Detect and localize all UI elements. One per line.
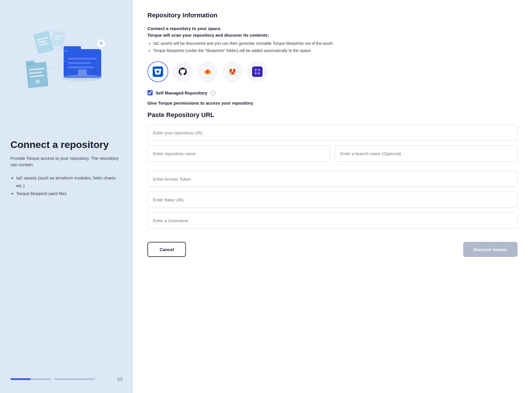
repo-url-input[interactable] — [147, 125, 518, 141]
info-bold: Connect a repository to your space. — [147, 26, 518, 31]
list-item: IaC assets (such as terraform modules, h… — [16, 174, 123, 190]
username-input[interactable] — [147, 212, 518, 229]
svg-point-44 — [255, 73, 256, 74]
svg-rect-4 — [68, 66, 94, 68]
svg-point-45 — [258, 73, 260, 74]
provider-icons-row — [147, 61, 518, 82]
left-description: Provide Torque access to your repository… — [10, 155, 123, 168]
svg-rect-9 — [33, 31, 54, 54]
progress-track-active — [10, 378, 51, 380]
svg-rect-23 — [153, 66, 163, 77]
paste-url-title: Paste Repository URL — [147, 111, 518, 119]
permission-text: Give Torque permissions to access your r… — [147, 101, 518, 105]
footer-buttons: Cancel Discover Assets — [147, 242, 518, 257]
self-managed-checkbox[interactable] — [147, 90, 153, 95]
svg-rect-3 — [68, 62, 91, 64]
repo-name-input[interactable] — [147, 145, 330, 162]
page-indicator: 1/2 — [117, 377, 123, 381]
info-scan-text: Torque will scan your repository and dis… — [147, 33, 518, 38]
info-list-item: Torque blueprints (under the "blueprints… — [153, 47, 518, 54]
progress-bar-area: 1/2 — [10, 365, 123, 381]
access-token-input[interactable] — [147, 171, 518, 187]
provider-sourcetree[interactable] — [222, 61, 243, 82]
svg-point-42 — [255, 69, 256, 71]
info-list-item: IaC assets will be discovered and you ca… — [153, 40, 518, 47]
info-list: IaC assets will be discovered and you ca… — [147, 40, 518, 54]
left-title: Connect a repository — [10, 139, 123, 151]
svg-point-28 — [232, 69, 233, 71]
left-content: Connect a repository Provide Torque acce… — [10, 139, 123, 365]
cancel-button[interactable]: Cancel — [147, 242, 186, 257]
left-list: IaC assets (such as terraform modules, h… — [10, 174, 123, 197]
section-title: Repository Information — [147, 12, 518, 19]
svg-rect-14 — [26, 60, 35, 65]
provider-github[interactable] — [172, 61, 193, 82]
self-managed-row: Self Managed Repository i — [147, 90, 518, 95]
provider-gitlab[interactable] — [197, 61, 218, 82]
svg-point-8 — [62, 75, 103, 81]
svg-text:↻: ↻ — [99, 41, 103, 46]
progress-track-inactive — [54, 378, 95, 380]
provider-bitbucket[interactable] — [147, 61, 168, 82]
svg-rect-33 — [252, 66, 263, 77]
svg-point-30 — [234, 73, 235, 74]
svg-rect-2 — [68, 58, 97, 60]
info-icon[interactable]: i — [210, 90, 215, 95]
name-branch-row — [147, 145, 518, 166]
left-panel: ↻ — [0, 0, 133, 393]
discover-assets-button[interactable]: Discover Assets — [463, 242, 518, 257]
svg-rect-5 — [78, 69, 87, 75]
info-block: Connect a repository to your space. Torq… — [147, 26, 518, 54]
branch-name-input[interactable] — [335, 145, 518, 162]
svg-point-29 — [230, 73, 232, 74]
svg-point-43 — [258, 69, 260, 71]
progress-fill — [10, 378, 31, 380]
self-managed-label[interactable]: Self Managed Repository — [156, 90, 207, 95]
base-url-input[interactable] — [147, 192, 518, 208]
provider-actions[interactable] — [247, 61, 268, 82]
illustration: ↻ — [10, 17, 123, 127]
right-panel: Repository Information Connect a reposit… — [133, 0, 532, 393]
svg-rect-13 — [26, 62, 48, 88]
list-item: Torque blueprint yaml files — [16, 190, 123, 197]
